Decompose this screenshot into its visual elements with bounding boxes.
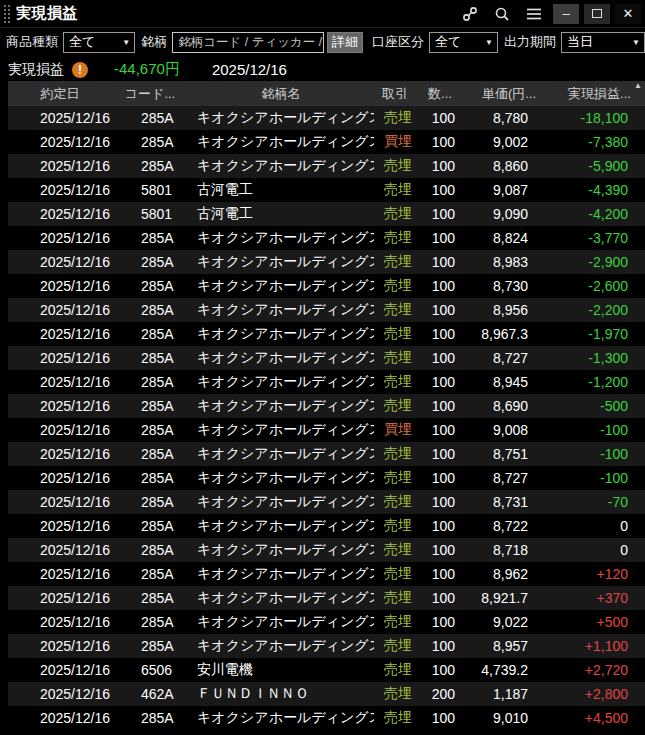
table-row[interactable]: 2025/12/16 285A キオクシアホールディングス 売埋 100 8,9…	[8, 298, 645, 322]
cell-qty: 100	[416, 662, 464, 678]
header-trade-date[interactable]: 約定日	[8, 85, 112, 103]
cell-name: キオクシアホールディングス	[188, 229, 374, 247]
table-row[interactable]: 2025/12/16 285A キオクシアホールディングス 売埋 100 8,9…	[8, 250, 645, 274]
cell-name: キオクシアホールディングス	[188, 253, 374, 271]
cell-trade: 売埋	[374, 349, 416, 367]
cell-pl: +370	[554, 590, 645, 606]
table-row[interactable]: 2025/12/16 285A キオクシアホールディングス 売埋 100 8,8…	[8, 226, 645, 250]
cell-qty: 100	[416, 494, 464, 510]
window-title: 実現損益	[16, 4, 78, 23]
cell-price: 8,731	[464, 494, 554, 510]
cell-trade: 売埋	[374, 301, 416, 319]
cell-qty: 100	[416, 710, 464, 726]
realized-pl-table: 約定日 コード... 銘柄名 取引 数... 単価(円... 実現損益... ▲…	[8, 81, 645, 735]
header-code[interactable]: コード...	[112, 85, 188, 103]
table-row[interactable]: 2025/12/16 462A ＦＵＮＤＩＮＮＯ 売埋 200 1,187 +2…	[8, 682, 645, 706]
symbol-search-input[interactable]: 銘柄コード / ティッカー / 銘柄名 ▼	[172, 32, 324, 53]
header-pl[interactable]: 実現損益...	[554, 85, 645, 103]
maximize-button[interactable]	[584, 4, 610, 24]
cell-trade-date: 2025/12/16	[8, 374, 112, 390]
cell-pl: -100	[554, 422, 645, 438]
table-row[interactable]: 2025/12/16 285A キオクシアホールディングス 売埋 100 8,7…	[8, 442, 645, 466]
cell-pl: +1,100	[554, 638, 645, 654]
cell-name: キオクシアホールディングス	[188, 373, 374, 391]
table-row[interactable]: 2025/12/16 5801 古河電工 売埋 100 9,090 -4,200	[8, 202, 645, 226]
cell-price: 8,780	[464, 110, 554, 126]
cell-price: 8,722	[464, 518, 554, 534]
table-row[interactable]: 2025/12/16 285A キオクシアホールディングス 売埋 100 9,0…	[8, 610, 645, 634]
cell-qty: 100	[416, 422, 464, 438]
table-row[interactable]: 2025/12/16 285A キオクシアホールディングス 売埋 100 9,0…	[8, 706, 645, 730]
table-row[interactable]: 2025/12/16 285A キオクシアホールディングス 売埋 100 8,7…	[8, 106, 645, 130]
cell-price: 8,730	[464, 278, 554, 294]
warning-icon[interactable]: !	[72, 62, 88, 78]
cell-pl: -2,200	[554, 302, 645, 318]
summary-date: 2025/12/16	[212, 61, 287, 78]
table-row[interactable]: 2025/12/16 285A キオクシアホールディングス 売埋 100 8,7…	[8, 514, 645, 538]
cell-price: 8,945	[464, 374, 554, 390]
table-row[interactable]: 2025/12/16 285A キオクシアホールディングス 売埋 100 8,8…	[8, 154, 645, 178]
table-row[interactable]: 2025/12/16 285A キオクシアホールディングス 買埋 100 9,0…	[8, 130, 645, 154]
table-row[interactable]: 2025/12/16 285A キオクシアホールディングス 売埋 100 8,9…	[8, 634, 645, 658]
cell-trade: 買埋	[374, 421, 416, 439]
table-row[interactable]: 2025/12/16 285A キオクシアホールディングス 買埋 100 9,0…	[8, 418, 645, 442]
table-row[interactable]: 2025/12/16 285A キオクシアホールディングス 売埋 100 8,6…	[8, 394, 645, 418]
realized-pl-window: 実現損益 – ✕ 商品種類 全て ▼ 銘柄 銘柄コード / ティッカー / 銘柄…	[0, 0, 645, 735]
table-row[interactable]: 2025/12/16 285A キオクシアホールディングス 売埋 100 8,7…	[8, 538, 645, 562]
cell-price: 8,860	[464, 158, 554, 174]
cell-name: キオクシアホールディングス	[188, 349, 374, 367]
link-icon[interactable]	[457, 3, 483, 25]
cell-code: 285A	[112, 614, 188, 630]
table-row[interactable]: 2025/12/16 285A キオクシアホールディングス 売埋 100 8,7…	[8, 346, 645, 370]
cell-pl: -70	[554, 494, 645, 510]
cell-pl: -500	[554, 398, 645, 414]
cell-name: 古河電工	[188, 181, 374, 199]
cell-trade-date: 2025/12/16	[8, 614, 112, 630]
cell-pl: -18,100	[554, 110, 645, 126]
menu-icon[interactable]	[521, 3, 547, 25]
table-row[interactable]: 2025/12/16 285A キオクシアホールディングス 売埋 100 8,9…	[8, 322, 645, 346]
cell-trade: 売埋	[374, 565, 416, 583]
cell-trade-date: 2025/12/16	[8, 182, 112, 198]
header-qty[interactable]: 数...	[416, 85, 464, 103]
cell-code: 285A	[112, 302, 188, 318]
cell-pl: +4,500	[554, 710, 645, 726]
table-row[interactable]: 2025/12/16 285A キオクシアホールディングス 売埋 100 8,9…	[8, 586, 645, 610]
cell-trade: 売埋	[374, 157, 416, 175]
minimize-button[interactable]: –	[553, 4, 579, 24]
output-period-select[interactable]: 当日 ▼	[561, 32, 645, 53]
chevron-down-icon: ▼	[632, 38, 640, 47]
cell-code: 285A	[112, 638, 188, 654]
header-name[interactable]: 銘柄名	[188, 85, 374, 103]
table-row[interactable]: 2025/12/16 6506 安川電機 売埋 100 4,739.2 +2,7…	[8, 658, 645, 682]
product-type-select[interactable]: 全て ▼	[63, 32, 135, 53]
drag-handle[interactable]	[2, 3, 10, 25]
header-trade[interactable]: 取引	[374, 85, 416, 103]
table-row[interactable]: 2025/12/16 5801 古河電工 売埋 100 9,087 -4,390	[8, 178, 645, 202]
cell-trade-date: 2025/12/16	[8, 446, 112, 462]
cell-name: キオクシアホールディングス	[188, 421, 374, 439]
table-row[interactable]: 2025/12/16 285A キオクシアホールディングス 売埋 100 8,9…	[8, 562, 645, 586]
cell-pl: -2,600	[554, 278, 645, 294]
header-price[interactable]: 単価(円...	[464, 85, 554, 103]
account-type-select[interactable]: 全て ▼	[429, 32, 498, 53]
symbol-search-placeholder: 銘柄コード / ティッカー / 銘柄名	[178, 34, 324, 51]
cell-price: 8,967.3	[464, 326, 554, 342]
cell-trade: 売埋	[374, 517, 416, 535]
cell-trade-date: 2025/12/16	[8, 398, 112, 414]
detail-button[interactable]: 詳細	[327, 32, 363, 53]
search-icon[interactable]	[489, 3, 515, 25]
cell-code: 285A	[112, 422, 188, 438]
cell-trade: 売埋	[374, 109, 416, 127]
cell-trade: 売埋	[374, 589, 416, 607]
table-row[interactable]: 2025/12/16 285A キオクシアホールディングス 売埋 100 8,7…	[8, 274, 645, 298]
scroll-up-icon[interactable]: ▲	[634, 82, 642, 90]
summary-bar: 実現損益 ! -44,670円 2025/12/16	[0, 56, 645, 83]
table-row[interactable]: 2025/12/16 285A キオクシアホールディングス 売埋 100 8,7…	[8, 490, 645, 514]
close-button[interactable]: ✕	[615, 4, 641, 24]
cell-pl: -1,970	[554, 326, 645, 342]
table-row[interactable]: 2025/12/16 285A キオクシアホールディングス 売埋 100 8,9…	[8, 370, 645, 394]
cell-trade: 売埋	[374, 445, 416, 463]
table-row[interactable]: 2025/12/16 285A キオクシアホールディングス 売埋 100 8,7…	[8, 466, 645, 490]
cell-price: 8,727	[464, 350, 554, 366]
